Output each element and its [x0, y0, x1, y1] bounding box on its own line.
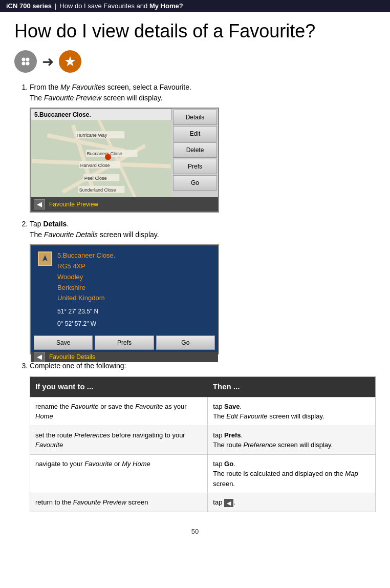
fav-preview-footer: ◀ Favourite Preview — [31, 197, 218, 212]
table-cell: tap ◀. — [208, 493, 376, 512]
svg-point-14 — [105, 154, 111, 160]
table-row: return to the Favourite Preview screen t… — [30, 493, 376, 512]
save-button[interactable]: Save — [34, 335, 93, 350]
step-1: From the My Favourites screen, select a … — [30, 82, 376, 213]
go-button-details[interactable]: Go — [156, 335, 215, 350]
table-cell: rename the Favourite or save the Favouri… — [30, 397, 208, 426]
svg-point-3 — [26, 62, 30, 66]
main-content: How do I view details of a Favourite? ➜ … — [0, 12, 390, 551]
fav-preview-screenshot: 5.Buccaneer Close. — [30, 108, 219, 213]
header-series: iCN 700 series — [6, 2, 52, 10]
page-number: 50 — [14, 528, 376, 535]
svg-text:Buccaneer Close: Buccaneer Close — [87, 152, 122, 157]
step-3: Complete one of the following: If you wa… — [30, 361, 376, 512]
table-row: set the route Preferences before navigat… — [30, 426, 376, 454]
fav-details-buttons: Save Prefs Go — [31, 333, 218, 352]
table-cell: tap Prefs.The route Preference screen wi… — [208, 426, 376, 454]
table-cell: tap Save.The Edit Favourite screen will … — [208, 397, 376, 426]
fav-address-line2: RG5 4XP — [57, 261, 115, 272]
fav-map-area: 5.Buccaneer Close. — [31, 109, 172, 197]
table-cell: return to the Favourite Preview screen — [30, 493, 208, 512]
fav-details-address: 5.Buccaneer Close. RG5 4XP Woodley Berks… — [57, 250, 115, 328]
delete-button[interactable]: Delete — [173, 142, 217, 158]
arrow-icon: ➜ — [42, 53, 54, 70]
svg-text:Harvard Close: Harvard Close — [80, 163, 110, 168]
svg-point-1 — [26, 58, 30, 61]
back-button-details[interactable]: ◀ — [34, 352, 45, 362]
fav-address-line4: Berkshire — [57, 283, 115, 293]
go-button[interactable]: Go — [173, 175, 217, 191]
header-separator: | — [55, 2, 56, 10]
fav-details-footer: ◀ Favourite Details — [31, 352, 218, 362]
fav-details-screenshot: 5.Buccaneer Close. RG5 4XP Woodley Berks… — [30, 244, 219, 354]
fav-address-line1: 5.Buccaneer Close. — [57, 250, 115, 261]
back-icon-inline: ◀ — [224, 499, 233, 507]
prefs-button[interactable]: Prefs — [173, 159, 217, 174]
table-row: navigate to your Favourite or My Home ta… — [30, 454, 376, 493]
fav-preview-label: Favourite Preview — [49, 200, 98, 209]
svg-point-0 — [22, 58, 26, 61]
svg-text:Peel Close: Peel Close — [84, 176, 107, 181]
step-2: Tap Details. The Favourite Details scree… — [30, 219, 376, 354]
icon-row: ➜ — [14, 50, 376, 73]
fav-address-line3: Woodley — [57, 272, 115, 283]
menu-icon — [14, 50, 37, 73]
fav-details-nav-icon — [38, 251, 52, 266]
fav-coord2: 0° 52' 57.2" W — [57, 319, 115, 328]
options-table: If you want to ... Then ... rename the F… — [30, 376, 376, 512]
fav-coord1: 51° 27' 23.5" N — [57, 307, 115, 316]
fav-map-title: 5.Buccaneer Close. — [31, 109, 172, 121]
header-bar: iCN 700 series | How do I save Favourite… — [0, 0, 390, 12]
favourite-icon — [59, 50, 81, 73]
steps-list: From the My Favourites screen, select a … — [25, 82, 376, 512]
table-cell: navigate to your Favourite or My Home — [30, 454, 208, 493]
prefs-button-details[interactable]: Prefs — [95, 335, 154, 350]
table-cell: set the route Preferences before navigat… — [30, 426, 208, 454]
edit-button[interactable]: Edit — [173, 126, 217, 141]
svg-text:Hurricane Way: Hurricane Way — [77, 133, 107, 138]
fav-map-inner: Hurricane Way Buccaneer Close Harvard Cl… — [31, 120, 172, 197]
fav-preview-buttons: Details Edit Delete Prefs Go — [172, 109, 218, 197]
col2-header: Then ... — [208, 377, 376, 397]
page-title: How do I view details of a Favourite? — [14, 20, 376, 42]
fav-details-main: 5.Buccaneer Close. RG5 4XP Woodley Berks… — [31, 245, 218, 333]
svg-text:Sunderland Close: Sunderland Close — [79, 187, 116, 193]
header-breadcrumb: How do I save Favourites and My Home? — [59, 2, 183, 10]
fav-details-label: Favourite Details — [49, 352, 95, 362]
table-row: rename the Favourite or save the Favouri… — [30, 397, 376, 426]
col1-header: If you want to ... — [30, 377, 208, 397]
svg-point-2 — [22, 62, 26, 66]
details-button[interactable]: Details — [173, 110, 217, 125]
table-cell: tap Go.The route is calculated and displ… — [208, 454, 376, 493]
back-button-preview[interactable]: ◀ — [34, 199, 45, 209]
fav-address-line5: United Kingdom — [57, 293, 115, 304]
